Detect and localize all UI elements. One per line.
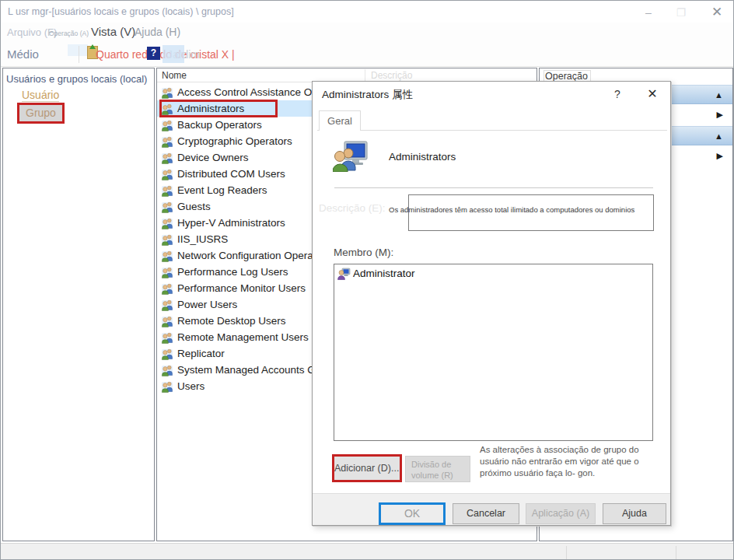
help-icon[interactable]: ? xyxy=(147,47,160,60)
group-name: Event Log Readers xyxy=(177,184,267,196)
apply-button[interactable]: Aplicação (A) xyxy=(526,503,596,524)
add-button[interactable]: Adicionar (D)... xyxy=(332,454,402,482)
group-icon xyxy=(161,201,173,213)
group-name: Replicator xyxy=(177,348,225,359)
dialog-close-icon[interactable]: ✕ xyxy=(641,86,664,102)
menu-ajuda[interactable]: Ajuda (H) xyxy=(135,26,180,38)
menu-bar: Arquivo (F) Operação (A) Vista (V) Ajuda… xyxy=(1,23,733,43)
group-icon xyxy=(161,152,173,164)
ghost-highlight-box xyxy=(68,44,88,56)
tree-node-usuario[interactable]: Usuário xyxy=(22,89,59,102)
member-name: Administrator xyxy=(353,268,415,279)
group-icon xyxy=(161,168,173,180)
app-window: L usr mgr-[usuários locais e grupos (loc… xyxy=(0,0,734,560)
group-icon xyxy=(161,119,173,131)
group-name: Cryptographic Operators xyxy=(177,135,292,147)
group-name: Remote Management Users xyxy=(177,331,309,343)
description-value: Os administradores têm acesso total ilim… xyxy=(389,205,657,214)
group-name: Hyper-V Administrators xyxy=(177,217,285,229)
statusbar-divider xyxy=(566,546,567,559)
group-icon xyxy=(161,299,173,311)
group-icon xyxy=(161,250,173,262)
group-name: Performance Log Users xyxy=(177,266,288,278)
minimize-button[interactable]: – xyxy=(635,4,662,21)
toolbar-medio-label[interactable]: Médio xyxy=(7,47,39,61)
group-icon xyxy=(161,184,173,197)
group-name: Access Control Assistance Ope xyxy=(177,86,323,98)
group-icon xyxy=(161,331,173,344)
group-icon xyxy=(161,135,173,148)
group-name: System Managed Accounts Gr xyxy=(177,364,319,376)
help-button[interactable]: Ajuda xyxy=(603,503,666,524)
members-label: Membro (M): xyxy=(334,247,393,258)
column-header-nome[interactable]: Nome xyxy=(162,70,187,81)
menu-vista[interactable]: Vista (V) xyxy=(91,25,135,38)
group-name: Guests xyxy=(177,201,211,212)
dialog-button-bar: OK Cancelar Aplicação (A) Ajuda xyxy=(313,493,670,525)
group-name: IIS_IUSRS xyxy=(177,233,228,245)
dialog-group-name: Administrators xyxy=(389,151,456,163)
statusbar-divider xyxy=(676,546,676,559)
dialog-help-icon[interactable]: ? xyxy=(608,86,627,102)
status-bar xyxy=(1,543,734,560)
remove-button[interactable]: Divisão de volume (R) xyxy=(405,456,470,482)
console-tree-panel: Usuários e grupos locais (local) Usuário… xyxy=(2,68,155,541)
group-icon xyxy=(161,266,173,278)
group-name: Backup Operators xyxy=(177,119,262,131)
group-name: Remote Desktop Users xyxy=(177,315,286,327)
members-listbox[interactable]: Administrator xyxy=(334,264,653,441)
group-icon xyxy=(161,380,173,393)
tree-root-node[interactable]: Usuários e grupos locais (local) xyxy=(6,73,147,85)
annotation-box-administrators xyxy=(159,100,278,117)
column-header-descricao[interactable]: Descrição xyxy=(371,70,412,81)
user-icon xyxy=(337,268,351,280)
collapse-icon: ▲ xyxy=(715,90,723,100)
expand-icon: ▶ xyxy=(717,151,723,161)
dialog-title: Administrators 属性 xyxy=(322,88,413,102)
properties-dialog: Administrators 属性 ? ✕ Geral Administrato… xyxy=(312,81,671,526)
maximize-button[interactable]: ❐ xyxy=(668,4,694,21)
separator-line xyxy=(334,187,653,188)
cancel-button[interactable]: Cancelar xyxy=(453,503,519,524)
description-label: Descrição (E): xyxy=(319,202,386,214)
logon-note-text: As alterações à associação de grupo do u… xyxy=(480,444,668,479)
group-icon xyxy=(161,217,173,229)
group-name: Network Configuration Opera xyxy=(177,250,313,261)
group-icon xyxy=(161,86,173,99)
column-divider xyxy=(365,69,365,82)
tab-strip: Geral xyxy=(317,110,667,131)
group-properties-icon xyxy=(333,141,369,172)
window-title: L usr mgr-[usuários locais e grupos (loc… xyxy=(8,6,234,17)
group-icon xyxy=(161,348,173,360)
tab-geral[interactable]: Geral xyxy=(319,110,361,131)
group-name: Device Owners xyxy=(177,152,249,163)
group-icon xyxy=(161,364,173,376)
toolbar-separator xyxy=(79,46,79,63)
expand-icon: ▶ xyxy=(717,110,723,120)
ok-button[interactable]: OK xyxy=(379,502,446,525)
group-icon xyxy=(161,282,173,295)
list-item[interactable]: Administrator xyxy=(334,264,652,280)
group-name: Distributed COM Users xyxy=(177,168,285,180)
group-name: Power Users xyxy=(177,299,237,310)
close-button[interactable]: ✕ xyxy=(704,4,730,21)
group-icon xyxy=(161,233,173,246)
title-bar: L usr mgr-[usuários locais e grupos (loc… xyxy=(1,1,733,23)
group-name: Users xyxy=(177,380,204,392)
menu-operacao[interactable]: Operação (A) xyxy=(49,30,89,37)
ghost-highlight-box xyxy=(163,45,184,63)
toolbar: Médio Quarto redondo de cristal X | ? Ja… xyxy=(1,43,733,67)
group-icon xyxy=(161,315,173,327)
collapse-icon: ▲ xyxy=(715,131,723,141)
tree-node-grupo[interactable]: Grupo xyxy=(17,103,65,124)
group-name: Performance Monitor Users xyxy=(177,282,306,294)
